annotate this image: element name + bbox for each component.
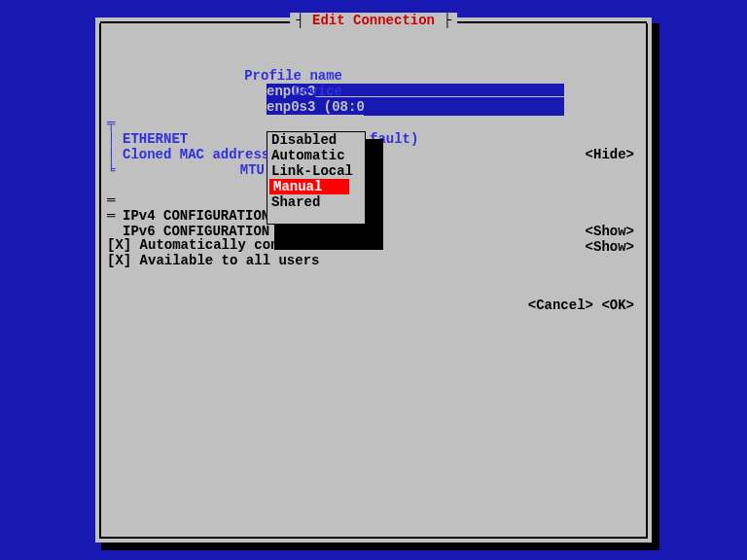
frame-bottom — [99, 537, 648, 539]
ethernet-bracket-end: ╘ — [107, 162, 115, 178]
frame-left — [99, 23, 101, 537]
cancel-button[interactable]: <Cancel> — [528, 298, 593, 313]
button-bar: <Cancel> <OK> — [463, 282, 634, 329]
dialog-title: ┤ Edit Connection ├ — [290, 13, 457, 28]
popup-item-disabled[interactable]: Disabled — [267, 132, 365, 148]
popup-item-shared[interactable]: Shared — [267, 194, 365, 210]
popup-item-link-local[interactable]: Link-Local — [267, 163, 365, 179]
device-label: Device — [294, 84, 342, 99]
title-text: Edit Connection — [312, 13, 435, 28]
popup-item-manual[interactable]: Manual — [269, 179, 349, 194]
popup-item-automatic[interactable]: Automatic — [267, 148, 365, 163]
dialog-window: ┤ Edit Connection ├ Profile name enp0s3 … — [95, 18, 652, 542]
ok-button[interactable]: <OK> — [601, 298, 634, 313]
mtu-label: MTU — [240, 162, 265, 178]
ipv4-mode-dropdown[interactable]: Disabled Automatic Link-Local Manual Sha… — [267, 131, 366, 225]
content-area: Profile name enp0s3 Device enp0s3 (08:00… — [107, 37, 640, 533]
frame-right — [646, 23, 648, 537]
cloned-mac-input[interactable] — [364, 100, 564, 116]
